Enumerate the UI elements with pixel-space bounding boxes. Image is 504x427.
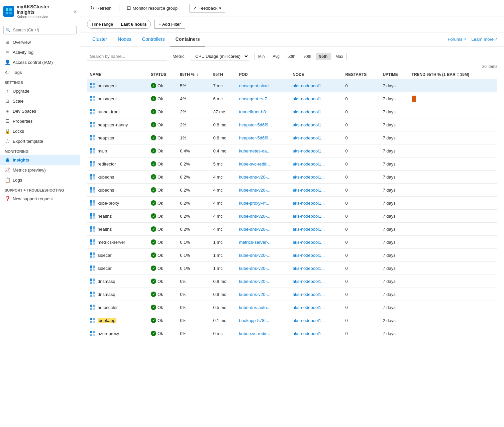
node-link[interactable]: aks-nodepool1... [293, 122, 325, 127]
table-row[interactable]: kubedns✓Ok0.2%4 mckube-dns-v20-...aks-no… [87, 171, 497, 184]
pod-link[interactable]: kube-svc-redir... [239, 162, 270, 167]
add-filter-button[interactable]: + Add Filter [154, 20, 185, 29]
tab-containers[interactable]: Containers [170, 32, 205, 46]
node-link[interactable]: aks-nodepool1... [293, 162, 325, 167]
pod-link[interactable]: kube-svc-redir... [239, 331, 270, 336]
table-row[interactable]: azureproxy✓Ok0%0 mckube-svc-redir...aks-… [87, 327, 497, 340]
col-header-status[interactable]: STATUS [148, 70, 177, 79]
table-row[interactable]: omsagent✓Ok4%6 mcomsagent-rs-7...aks-nod… [87, 92, 497, 105]
sidebar-item-logs[interactable]: 📋Logs [0, 175, 80, 185]
node-link[interactable]: aks-nodepool1... [293, 148, 325, 153]
table-row[interactable]: omsagent✓Ok5%7 mcomsagent-shxclaks-nodep… [87, 79, 497, 92]
monitor-resource-group-button[interactable]: ⊡ Monitor resource group [123, 3, 181, 13]
name-search-input[interactable] [87, 52, 167, 61]
table-row[interactable]: heapster-nanny✓Ok2%0.8 mcheapster-5d6f9.… [87, 118, 497, 131]
sidebar-item-upgrade[interactable]: ↑Upgrade [0, 86, 80, 96]
metric-select[interactable]: CPU Usage (millicores) [191, 52, 249, 61]
sidebar-item-metrics[interactable]: 📈Metrics (preview) [0, 165, 80, 175]
table-row[interactable]: metrics-server✓Ok0.1%1 mcmetrics-server-… [87, 236, 497, 249]
time-range-button[interactable]: Time range = Last 6 hours [87, 20, 151, 29]
pod-link[interactable]: metrics-server-... [239, 240, 272, 245]
node-link[interactable]: aks-nodepool1... [293, 83, 325, 88]
metric-btn-95th[interactable]: 95th [316, 53, 331, 60]
pod-link[interactable]: omsagent-shxcl [239, 83, 270, 88]
sidebar-item-activity-log[interactable]: ≡Activity log [0, 47, 80, 57]
sidebar-item-tags[interactable]: 🏷Tags [0, 67, 80, 77]
refresh-button[interactable]: ↻ Refresh [87, 3, 115, 13]
metric-btn-min[interactable]: Min [255, 53, 268, 60]
node-link[interactable]: aks-nodepool1... [293, 240, 325, 245]
col-header-95th[interactable]: 95TH [210, 70, 236, 79]
table-row[interactable]: autoscaler✓Ok0%0.5 mckube-dns-auto...aks… [87, 301, 497, 314]
pod-link[interactable]: kube-dns-v20-... [239, 253, 271, 258]
table-row[interactable]: healthz✓Ok0.2%4 mckube-dns-v20-...aks-no… [87, 223, 497, 236]
table-row[interactable]: healthz✓Ok0.2%4 mckube-dns-v20-...aks-no… [87, 210, 497, 223]
pod-link[interactable]: kube-dns-v20-... [239, 227, 271, 232]
pod-link[interactable]: kube-dns-v20-... [239, 188, 271, 193]
node-link[interactable]: aks-nodepool1... [293, 135, 325, 140]
sidebar-item-dev-spaces[interactable]: ◈Dev Spaces [0, 106, 80, 116]
col-header-95th-[interactable]: 95TH % ↓ [177, 70, 210, 79]
table-row[interactable]: main✓Ok0.4%0.4 mckubernetes-da...aks-nod… [87, 144, 497, 157]
pod-link[interactable]: kube-dns-v20-... [239, 175, 271, 180]
node-link[interactable]: aks-nodepool1... [293, 227, 325, 232]
node-link[interactable]: aks-nodepool1... [293, 214, 325, 219]
sidebar-item-export-template[interactable]: ⬡Export template [0, 136, 80, 146]
metric-btn-90th[interactable]: 90th [300, 53, 315, 60]
tab-cluster[interactable]: Cluster [87, 32, 112, 46]
metric-btn-50th[interactable]: 50th [284, 53, 299, 60]
forums-link[interactable]: Forums ↗ [447, 37, 466, 42]
node-link[interactable]: aks-nodepool1... [293, 96, 325, 101]
table-row[interactable]: kubedns✓Ok0.2%4 mckube-dns-v20-...aks-no… [87, 184, 497, 197]
node-link[interactable]: aks-nodepool1... [293, 266, 325, 271]
node-link[interactable]: aks-nodepool1... [293, 292, 325, 297]
table-row[interactable]: tunnel-front✓Ok2%37 mctunnelfront-b8...a… [87, 105, 497, 118]
node-link[interactable]: aks-nodepool1... [293, 188, 325, 193]
col-header-name[interactable]: NAME [87, 70, 148, 79]
sidebar-collapse-button[interactable]: « [74, 8, 77, 14]
node-link[interactable]: aks-nodepool1... [293, 305, 325, 310]
sidebar-item-new-support[interactable]: ❓New support request [0, 194, 80, 204]
table-row[interactable]: redirector✓Ok0.2%5 mckube-svc-redir...ak… [87, 157, 497, 171]
sidebar-search-input[interactable] [3, 26, 77, 34]
pod-link[interactable]: kube-dns-auto... [239, 305, 271, 310]
metric-btn-max[interactable]: Max [332, 53, 347, 60]
pod-link[interactable]: heapster-5d6f9... [239, 122, 272, 127]
node-link[interactable]: aks-nodepool1... [293, 331, 325, 336]
pod-link[interactable]: tunnelfront-b8... [239, 109, 270, 114]
pod-link[interactable]: heapster-5d6f9... [239, 135, 272, 140]
pod-link[interactable]: kubernetes-da... [239, 148, 271, 153]
pod-link[interactable]: kube-dns-v20-... [239, 266, 271, 271]
sidebar-item-scale[interactable]: ⊡Scale [0, 96, 80, 106]
tab-controllers[interactable]: Controllers [137, 32, 170, 46]
learn-more-link[interactable]: Learn more ↗ [472, 37, 497, 42]
sidebar-item-properties[interactable]: ☰Properties [0, 116, 80, 126]
table-row[interactable]: dnsmasq✓Ok0%0.9 mckube-dns-v20-...aks-no… [87, 275, 497, 288]
pod-link[interactable]: omsagent-rs-7... [239, 96, 271, 101]
pod-link[interactable]: kube-dns-v20-... [239, 214, 271, 219]
pod-link[interactable]: bookapp-578f... [239, 318, 269, 323]
sidebar-item-access-control[interactable]: 👤Access control (IAM) [0, 57, 80, 67]
uptime-cell: 7 days [380, 223, 409, 236]
node-link[interactable]: aks-nodepool1... [293, 279, 325, 284]
node-link[interactable]: aks-nodepool1... [293, 318, 325, 323]
node-link[interactable]: aks-nodepool1... [293, 109, 325, 114]
metric-btn-avg[interactable]: Avg [269, 53, 283, 60]
table-row[interactable]: dnsmasq✓Ok0%0.9 mckube-dns-v20-...aks-no… [87, 288, 497, 301]
table-row[interactable]: sidecar✓Ok0.1%1 mckube-dns-v20-...aks-no… [87, 249, 497, 262]
sidebar-item-insights[interactable]: ◉Insights [0, 155, 80, 165]
table-row[interactable]: bookapp✓Ok0%0.1 mcbookapp-578f...aks-nod… [87, 314, 497, 327]
tab-nodes[interactable]: Nodes [112, 32, 136, 46]
table-row[interactable]: heapster✓Ok1%0.8 mcheapster-5d6f9...aks-… [87, 131, 497, 144]
sidebar-item-locks[interactable]: 🔒Locks [0, 126, 80, 136]
feedback-button[interactable]: ↗ Feedback ▾ [189, 4, 225, 13]
table-row[interactable]: sidecar✓Ok0.1%1 mckube-dns-v20-...aks-no… [87, 262, 497, 275]
node-link[interactable]: aks-nodepool1... [293, 253, 325, 258]
node-link[interactable]: aks-nodepool1... [293, 175, 325, 180]
table-row[interactable]: kube-proxy✓Ok0.2%4 mckube-proxy-4f...aks… [87, 197, 497, 210]
node-link[interactable]: aks-nodepool1... [293, 201, 325, 206]
pod-link[interactable]: kube-dns-v20-... [239, 279, 271, 284]
sidebar-item-overview[interactable]: ⊞Overview [0, 37, 80, 47]
pod-link[interactable]: kube-proxy-4f... [239, 201, 269, 206]
pod-link[interactable]: kube-dns-v20-... [239, 292, 271, 297]
